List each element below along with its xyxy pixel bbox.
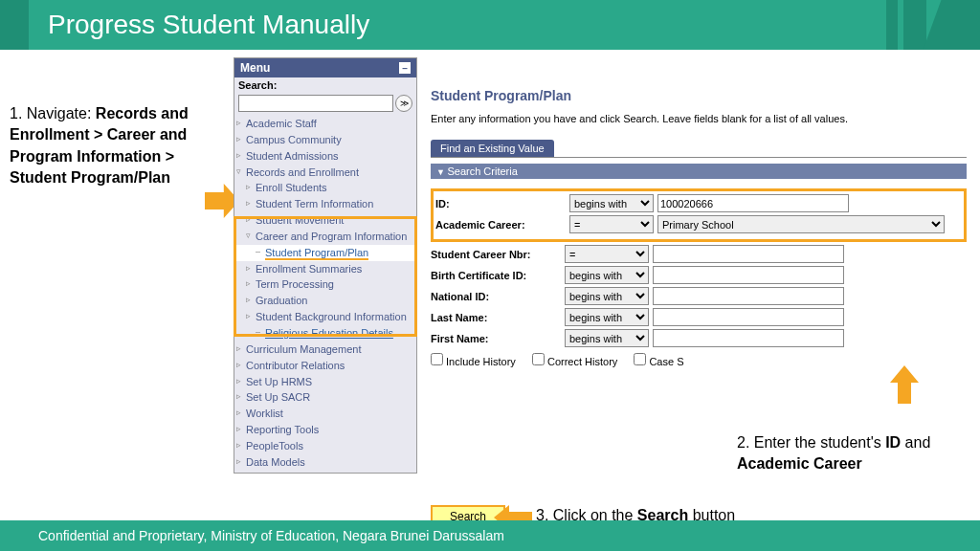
label-last: Last Name:	[431, 312, 565, 323]
field-id-row: ID: begins with	[435, 194, 962, 212]
menu-item-contributor[interactable]: Contributor Relations	[234, 358, 416, 374]
check-correct[interactable]: Correct History	[532, 356, 617, 367]
field-last-row: Last Name: begins with	[431, 308, 967, 326]
menu-item-graduation[interactable]: Graduation	[234, 293, 416, 309]
field-first-row: First Name: begins with	[431, 329, 967, 347]
menu-item-student-admissions[interactable]: Student Admissions	[234, 148, 416, 165]
footer: Confidential and Proprietary, Ministry o…	[0, 520, 980, 551]
menu-item-setup-sacr[interactable]: Set Up SACR	[234, 389, 416, 406]
menu-item-reporting[interactable]: Reporting Tools	[234, 422, 416, 438]
input-id[interactable]	[657, 194, 849, 212]
menu-item-student-movement[interactable]: Student Movement	[234, 212, 416, 229]
op-nbr[interactable]: =	[565, 245, 649, 263]
label-first: First Name:	[431, 333, 565, 344]
search-go-icon[interactable]: ≫	[395, 95, 412, 112]
tab-row: Find an Existing Value	[431, 140, 967, 158]
content-area: 1. Navigate: Records and Enrollment > Ca…	[0, 50, 980, 515]
step-1-text: 1. Navigate: Records and Enrollment > Ca…	[10, 103, 211, 189]
field-nbr-row: Student Career Nbr: =	[431, 245, 967, 263]
menu-list: Academic Staff Campus Community Student …	[234, 114, 416, 473]
menu-panel: Menu – Search: ≫ Academic Staff Campus C…	[234, 57, 417, 474]
menu-item-academic-staff[interactable]: Academic Staff	[234, 116, 416, 132]
menu-item-background-info[interactable]: Student Background Information	[234, 309, 416, 325]
field-national-row: National ID: begins with	[431, 287, 967, 305]
menu-item-peopletools[interactable]: PeopleTools	[234, 438, 416, 454]
field-career-row: Academic Career: = Primary School	[435, 215, 962, 233]
menu-item-term-info[interactable]: Student Term Information	[234, 196, 416, 212]
menu-item-records-enrollment[interactable]: Records and Enrollment	[234, 165, 416, 181]
form-instructions: Enter any information you have and click…	[431, 113, 967, 124]
step-2-id: ID	[885, 434, 901, 451]
menu-item-career-program[interactable]: Career and Program Information	[234, 229, 416, 245]
menu-search-label: Search:	[234, 77, 416, 93]
op-id[interactable]: begins with	[569, 194, 654, 212]
op-last[interactable]: begins with	[565, 308, 649, 326]
op-first[interactable]: begins with	[565, 329, 649, 347]
slide-title: Progress Student Manually	[29, 10, 369, 40]
arrow-icon-up	[890, 365, 919, 404]
input-birth[interactable]	[653, 266, 844, 284]
accent-stripe	[0, 0, 29, 50]
label-national: National ID:	[431, 291, 565, 302]
menu-header: Menu –	[234, 58, 416, 77]
menu-item-enroll-students[interactable]: Enroll Students	[234, 180, 416, 196]
step-2-career: Academic Career	[737, 455, 862, 472]
select-career[interactable]: Primary School	[657, 215, 945, 233]
collapse-icon[interactable]: –	[399, 62, 411, 74]
title-bar: Progress Student Manually	[0, 0, 980, 50]
menu-search-row: ≫	[234, 93, 416, 114]
check-history[interactable]: Include History	[431, 356, 516, 367]
form-panel: Student Program/Plan Enter any informati…	[431, 88, 967, 367]
search-criteria-header[interactable]: Search Criteria	[431, 164, 967, 179]
menu-item-setup-hrms[interactable]: Set Up HRMS	[234, 374, 416, 390]
label-nbr: Student Career Nbr:	[431, 249, 565, 260]
input-nbr[interactable]	[653, 245, 844, 263]
check-row: Include History Correct History Case S	[431, 353, 967, 367]
highlight-box-fields: ID: begins with Academic Career: = Prima…	[431, 188, 967, 242]
label-birth: Birth Certificate ID:	[431, 270, 565, 281]
step-2-prefix: 2. Enter the student's	[737, 434, 885, 451]
op-birth[interactable]: begins with	[565, 266, 649, 284]
field-birth-row: Birth Certificate ID: begins with	[431, 266, 967, 284]
menu-item-term-processing[interactable]: Term Processing	[234, 276, 416, 293]
op-national[interactable]: begins with	[565, 287, 649, 305]
menu-title: Menu	[240, 61, 270, 75]
tab-find-existing[interactable]: Find an Existing Value	[431, 140, 554, 157]
label-id: ID:	[435, 198, 569, 209]
svg-marker-1	[890, 365, 919, 404]
input-national[interactable]	[653, 287, 844, 305]
step-1-prefix: 1. Navigate:	[10, 105, 96, 121]
input-first[interactable]	[653, 329, 844, 347]
menu-item-worklist[interactable]: Worklist	[234, 406, 416, 422]
menu-item-campus-community[interactable]: Campus Community	[234, 132, 416, 148]
menu-item-religious-edu[interactable]: Religious Education Details	[234, 325, 416, 342]
menu-search-input[interactable]	[238, 95, 393, 112]
step-2-mid: and	[901, 434, 930, 451]
form-title: Student Program/Plan	[431, 88, 967, 103]
menu-item-enrollment-summaries[interactable]: Enrollment Summaries	[234, 261, 416, 277]
decor-shapes	[886, 0, 980, 50]
menu-item-student-program-plan[interactable]: Student Program/Plan	[234, 245, 416, 261]
input-last[interactable]	[653, 308, 844, 326]
check-case[interactable]: Case S	[634, 356, 683, 367]
op-career[interactable]: =	[569, 215, 654, 233]
step-2-text: 2. Enter the student's ID and Academic C…	[737, 432, 957, 475]
menu-item-curriculum-mgmt[interactable]: Curriculum Management	[234, 342, 416, 358]
menu-item-data-models[interactable]: Data Models	[234, 454, 416, 471]
label-career: Academic Career:	[435, 219, 569, 231]
